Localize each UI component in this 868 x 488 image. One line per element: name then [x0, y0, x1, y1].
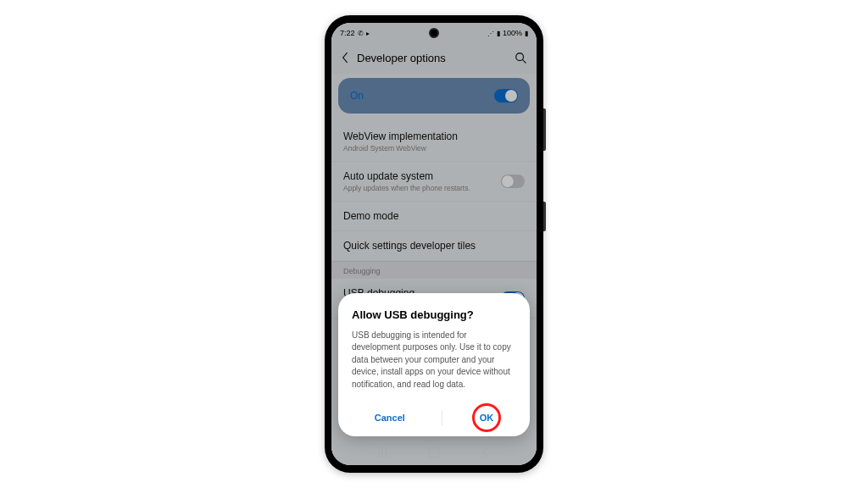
screen: 7:22 ✆ ▸ ⋰ ▮ 100% ▮ Developer options On: [331, 23, 537, 465]
usb-debugging-dialog: Allow USB debugging? USB debugging is in…: [338, 293, 530, 437]
action-divider: [442, 410, 442, 425]
dialog-body: USB debugging is intended for developmen…: [352, 330, 516, 391]
phone-frame: 7:22 ✆ ▸ ⋰ ▮ 100% ▮ Developer options On: [325, 15, 543, 473]
cancel-button[interactable]: Cancel: [366, 408, 414, 428]
power-button: [543, 202, 546, 231]
volume-button: [543, 108, 546, 151]
dialog-actions: Cancel OK: [352, 402, 516, 428]
camera-hole: [429, 28, 439, 38]
ok-button[interactable]: OK: [471, 408, 503, 428]
ok-button-label: OK: [480, 413, 494, 423]
dialog-title: Allow USB debugging?: [352, 308, 516, 321]
